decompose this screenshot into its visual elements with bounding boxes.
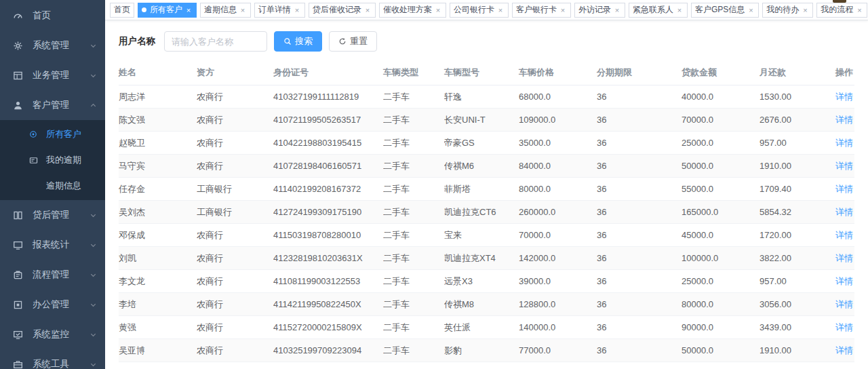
table-cell: 410721199505263517 <box>273 109 383 132</box>
monitor-icon <box>13 330 24 340</box>
reset-button[interactable]: 重置 <box>329 31 377 52</box>
close-icon[interactable]: × <box>675 6 684 14</box>
sidebar-item-system-tools[interactable]: 系统工具 <box>0 349 105 369</box>
close-icon[interactable]: × <box>559 6 567 14</box>
column-header: 资方 <box>197 60 273 85</box>
detail-link[interactable]: 详情 <box>835 207 853 217</box>
tab-emergency-contacts[interactable]: 紧急联系人× <box>629 3 688 18</box>
table-cell: 农商行 <box>197 109 273 132</box>
sidebar-item-system-monitor[interactable]: 系统监控 <box>0 319 105 349</box>
tab-home[interactable]: 首页 <box>110 3 134 18</box>
detail-link[interactable]: 详情 <box>835 230 853 240</box>
search-input[interactable] <box>164 31 267 52</box>
sidebar-item-business-mgmt[interactable]: 业务管理 <box>0 60 105 90</box>
table-row: 黄强农商行41152720000215809X二手车英仕派140000.0369… <box>119 316 854 339</box>
table-row: 陈文强农商行410721199505263517二手车长安UNI-T109000… <box>119 109 854 132</box>
table-cell <box>444 362 519 369</box>
sidebar-item-all-customers[interactable]: 所有客户 <box>0 121 105 147</box>
table-cell: 二手车 <box>383 247 444 270</box>
sidebar-item-overdue-info[interactable]: 逾期信息 <box>0 173 105 199</box>
detail-link[interactable]: 详情 <box>835 161 853 171</box>
close-icon[interactable]: × <box>747 6 755 14</box>
sidebar-item-customer-mgmt[interactable]: 客户管理 <box>0 90 105 120</box>
sidebar-item-label: 客户管理 <box>33 99 90 111</box>
sidebar-item-my-overdue[interactable]: 我的逾期 <box>0 147 105 173</box>
close-icon[interactable]: × <box>363 6 372 14</box>
table-cell: 二手车 <box>383 224 444 247</box>
table-cell: 马守宾 <box>119 155 197 178</box>
table-cell <box>597 362 682 369</box>
tab-company-bank-card[interactable]: 公司银行卡× <box>450 3 509 18</box>
table-cell: 3439.00 <box>760 316 827 339</box>
detail-link[interactable]: 详情 <box>835 276 853 286</box>
table-cell: 142000.0 <box>519 247 597 270</box>
sidebar-item-home[interactable]: 首页 <box>0 1 105 31</box>
table-cell-action: 详情 <box>827 316 854 339</box>
table-cell: 36 <box>597 270 682 293</box>
sidebar-item-office-mgmt[interactable]: 办公管理 <box>0 290 105 319</box>
sidebar-item-report-stats[interactable]: 报表统计 <box>0 230 105 260</box>
table-cell <box>119 362 197 369</box>
tab-my-todo[interactable]: 我的待办× <box>762 3 813 18</box>
tab-customer-gps[interactable]: 客户GPS信息× <box>691 3 759 18</box>
detail-link[interactable]: 详情 <box>835 184 853 194</box>
tab-collection-records[interactable]: 贷后催收记录× <box>309 3 376 18</box>
tab-label: 我的待办 <box>766 4 799 16</box>
table-cell: 帝豪GS <box>444 132 519 155</box>
tab-my-process[interactable]: 我的流程× <box>816 3 867 18</box>
table-cell-action: 详情 <box>827 201 854 224</box>
search-button[interactable]: 搜索 <box>274 31 322 52</box>
close-icon[interactable]: × <box>293 6 301 14</box>
table-cell: 陈文强 <box>119 109 197 132</box>
table-cell: 二手车 <box>383 85 444 109</box>
table-cell: 农商行 <box>197 270 273 293</box>
table-cell: 周志洋 <box>119 85 197 109</box>
table-cell: 55000.0 <box>682 178 760 201</box>
close-icon[interactable]: × <box>434 6 442 14</box>
table-cell: 刘凯 <box>119 247 197 270</box>
table-cell: 957.00 <box>760 132 827 155</box>
table-cell: 农商行 <box>197 132 273 155</box>
table-cell: 二手车 <box>383 293 444 316</box>
table-cell: 农商行 <box>197 339 273 362</box>
detail-link[interactable]: 详情 <box>835 299 853 309</box>
column-header: 姓名 <box>119 60 197 85</box>
tab-label: 我的流程 <box>821 4 853 16</box>
detail-link[interactable]: 详情 <box>835 253 853 263</box>
table-cell: 36 <box>597 316 682 339</box>
close-icon[interactable]: × <box>239 6 247 14</box>
detail-link[interactable]: 详情 <box>835 138 853 148</box>
search-button-label: 搜索 <box>295 35 313 47</box>
tab-overdue-info[interactable]: 逾期信息× <box>200 3 251 18</box>
table-cell: 1910.00 <box>760 339 827 362</box>
table-cell: 36 <box>597 109 682 132</box>
table-cell: 菲斯塔 <box>444 178 519 201</box>
sidebar-item-process-mgmt[interactable]: 流程管理 <box>0 260 105 290</box>
close-icon[interactable]: × <box>496 6 505 14</box>
detail-link[interactable]: 详情 <box>835 345 853 355</box>
table-cell: 二手车 <box>383 201 444 224</box>
table-cell: 二手车 <box>383 178 444 201</box>
tab-visit-records[interactable]: 外访记录× <box>574 3 625 18</box>
sidebar-item-loan-mgmt[interactable]: 贷后管理 <box>0 200 105 230</box>
table-cell: 36 <box>597 132 682 155</box>
detail-link[interactable]: 详情 <box>835 115 853 125</box>
table-cell: 黄强 <box>119 316 197 339</box>
sidebar-item-system-mgmt[interactable]: 系统管理 <box>0 31 105 60</box>
tab-collection-plan[interactable]: 催收处理方案× <box>379 3 446 18</box>
table-cell-action: 详情 <box>827 224 854 247</box>
close-icon[interactable]: × <box>613 6 621 14</box>
close-icon[interactable]: × <box>801 6 809 14</box>
tab-all-customers[interactable]: 所有客户× <box>138 3 197 18</box>
detail-link[interactable]: 详情 <box>835 92 853 102</box>
table-cell: 36 <box>597 293 682 316</box>
detail-link[interactable]: 详情 <box>835 322 853 332</box>
close-icon[interactable]: × <box>184 6 193 14</box>
tab-customer-bank-card[interactable]: 客户银行卡× <box>512 3 571 18</box>
customer-table: 姓名资方身份证号车辆类型车辆型号车辆价格分期期限贷款金额月还款操作 周志洋农商行… <box>119 60 854 369</box>
close-icon[interactable]: × <box>855 6 863 14</box>
table-cell <box>383 362 444 369</box>
table-cell: 41142119950822450X <box>273 293 383 316</box>
tab-order-detail[interactable]: 订单详情× <box>254 3 305 18</box>
table-cell: 农商行 <box>197 85 273 109</box>
